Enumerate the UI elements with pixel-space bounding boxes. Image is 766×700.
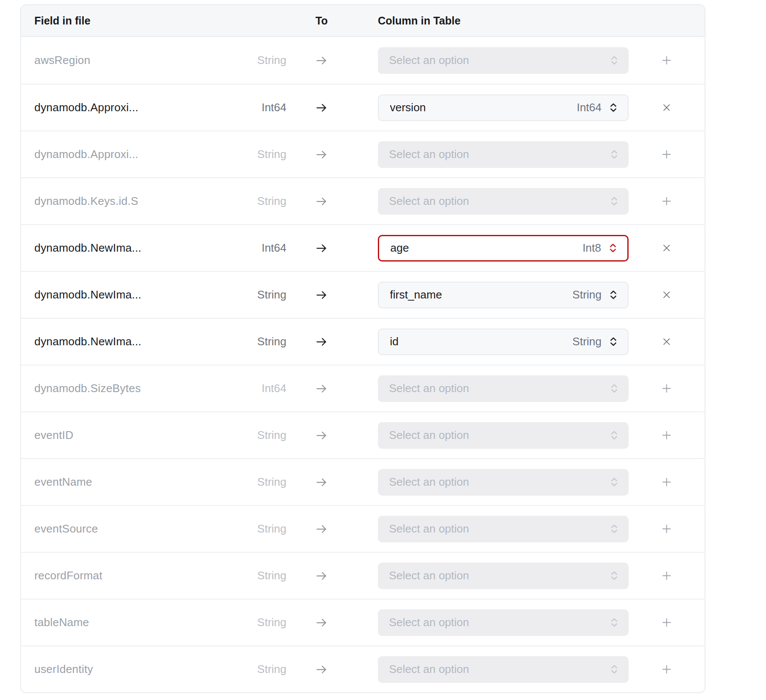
close-icon xyxy=(661,336,672,347)
column-header-field-in-file: Field in file xyxy=(34,15,206,27)
mapping-row: userIdentity String Select an option xyxy=(21,645,705,692)
field-type: String xyxy=(257,616,286,629)
close-icon xyxy=(661,102,672,113)
field-type: String xyxy=(257,522,286,535)
plus-icon xyxy=(661,570,672,581)
mapping-row: eventSource String Select an option xyxy=(21,505,705,552)
column-header-to: To xyxy=(286,15,357,27)
plus-icon xyxy=(661,523,672,535)
chevron-up-down-icon xyxy=(608,383,620,394)
column-select[interactable]: version Int64 xyxy=(378,94,629,121)
arrow-right-icon xyxy=(315,335,328,348)
remove-mapping-button[interactable] xyxy=(658,333,675,350)
chevron-up-down-icon xyxy=(608,476,620,488)
select-value: age xyxy=(390,241,409,255)
remove-mapping-button[interactable] xyxy=(658,239,675,257)
mapping-row: dynamodb.SizeBytes Int64 Select an optio… xyxy=(21,365,705,411)
plus-icon xyxy=(661,195,672,207)
field-type: String xyxy=(257,475,286,488)
chevron-up-down-icon xyxy=(608,55,620,66)
plus-icon xyxy=(661,476,672,488)
mapping-rows: awsRegion String Select an option xyxy=(21,37,705,692)
add-mapping-button[interactable] xyxy=(657,192,676,210)
field-name: dynamodb.Approxi... xyxy=(34,148,138,161)
plus-icon xyxy=(661,429,672,441)
arrow-right-icon xyxy=(315,148,328,161)
select-value: Select an option xyxy=(389,616,469,629)
arrow-right-icon xyxy=(315,242,328,255)
mapping-row: dynamodb.Keys.id.S String Select an opti… xyxy=(21,177,705,224)
select-value: Select an option xyxy=(389,663,469,676)
mapping-row: dynamodb.Approxi... String Select an opt… xyxy=(21,131,705,177)
import-mapping-page: Field in file To Column in Table awsRegi… xyxy=(0,0,766,700)
column-select[interactable]: id String xyxy=(378,329,629,355)
field-type: String xyxy=(257,148,286,161)
column-select: Select an option xyxy=(378,422,629,449)
close-icon xyxy=(661,243,672,253)
select-value: Select an option xyxy=(389,569,469,582)
field-name: awsRegion xyxy=(34,54,90,67)
add-mapping-button[interactable] xyxy=(657,520,676,538)
mapping-row: eventID String Select an option xyxy=(21,411,705,458)
table-header: Field in file To Column in Table xyxy=(21,5,705,37)
field-name: tableName xyxy=(34,616,89,629)
arrow-right-icon xyxy=(315,429,328,442)
arrow-right-icon xyxy=(315,663,328,676)
column-select: Select an option xyxy=(378,375,629,402)
add-mapping-button[interactable] xyxy=(657,379,676,398)
plus-icon xyxy=(661,149,672,160)
field-type: String xyxy=(257,429,286,441)
mapping-row: recordFormat String Select an option xyxy=(21,552,705,599)
chevron-up-down-icon xyxy=(608,663,620,675)
arrow-right-icon xyxy=(315,195,328,208)
select-value: Select an option xyxy=(389,522,469,536)
remove-mapping-button[interactable] xyxy=(658,286,675,304)
add-mapping-button[interactable] xyxy=(657,660,676,679)
chevron-up-down-icon xyxy=(608,336,619,347)
select-value: Select an option xyxy=(389,195,469,208)
mapping-row: dynamodb.NewIma... String first_name Str… xyxy=(21,271,705,318)
field-type: String xyxy=(257,288,286,301)
chevron-up-down-icon xyxy=(608,102,619,113)
field-type: Int64 xyxy=(261,241,286,254)
add-mapping-button[interactable] xyxy=(657,51,676,70)
arrow-right-icon xyxy=(315,616,328,629)
chevron-up-down-icon xyxy=(608,429,620,441)
column-select: Select an option xyxy=(378,609,629,636)
add-mapping-button[interactable] xyxy=(657,613,676,632)
remove-mapping-button[interactable] xyxy=(658,99,675,116)
field-name: dynamodb.Keys.id.S xyxy=(34,195,138,207)
column-header-column-in-table: Column in Table xyxy=(378,15,629,27)
field-name: dynamodb.NewIma... xyxy=(34,241,141,254)
field-name: dynamodb.Approxi... xyxy=(34,101,138,114)
select-type: String xyxy=(572,288,602,301)
arrow-right-icon xyxy=(315,523,328,536)
add-mapping-button[interactable] xyxy=(657,566,676,585)
column-select: Select an option xyxy=(378,469,629,496)
chevron-up-down-icon xyxy=(608,617,620,628)
arrow-right-icon xyxy=(315,382,328,395)
plus-icon xyxy=(661,383,672,394)
select-value: first_name xyxy=(390,288,442,301)
column-select[interactable]: first_name String xyxy=(378,282,629,308)
select-value: Select an option xyxy=(389,382,469,395)
field-name: userIdentity xyxy=(34,663,93,676)
field-type: String xyxy=(257,195,286,207)
arrow-right-icon xyxy=(315,54,328,67)
select-value: Select an option xyxy=(389,54,469,67)
mapping-row: dynamodb.NewIma... Int64 age Int8 xyxy=(21,224,705,271)
field-type: String xyxy=(257,54,286,67)
plus-icon xyxy=(661,55,672,66)
add-mapping-button[interactable] xyxy=(657,145,676,164)
add-mapping-button[interactable] xyxy=(657,426,676,444)
column-select[interactable]: age Int8 xyxy=(378,235,629,262)
field-name: dynamodb.NewIma... xyxy=(34,288,141,301)
chevron-up-down-icon xyxy=(608,149,620,160)
arrow-right-icon xyxy=(315,289,328,301)
chevron-up-down-icon xyxy=(608,195,620,207)
mapping-row: awsRegion String Select an option xyxy=(21,37,705,84)
field-name: dynamodb.NewIma... xyxy=(34,335,141,348)
add-mapping-button[interactable] xyxy=(657,473,676,491)
select-type: String xyxy=(572,335,602,348)
plus-icon xyxy=(661,663,672,675)
